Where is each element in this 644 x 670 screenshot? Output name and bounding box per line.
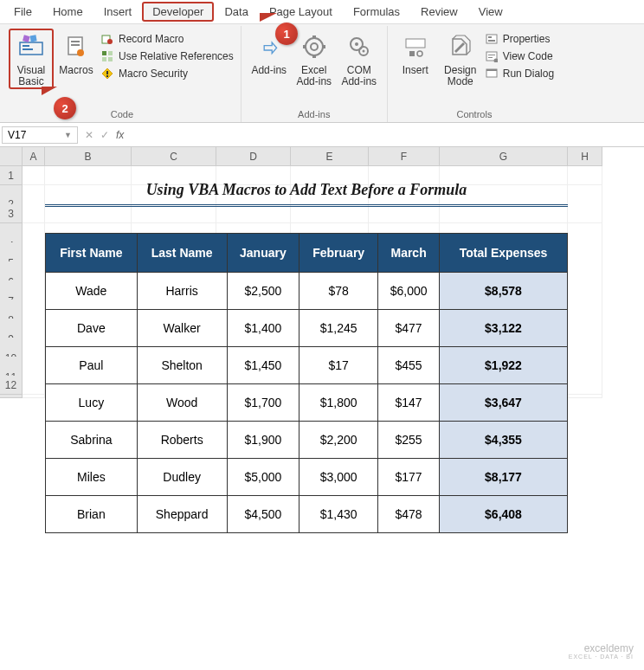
com-addins-button[interactable]: COM Add-ins — [337, 29, 382, 89]
table-cell[interactable]: $3,000 — [299, 459, 378, 496]
table-cell[interactable]: $3,122 — [440, 310, 568, 347]
table-cell[interactable]: $17 — [299, 347, 378, 384]
table-cell[interactable]: $1,800 — [299, 384, 378, 422]
table-cell[interactable]: Dave — [46, 310, 138, 347]
col-header-E[interactable]: E — [291, 147, 369, 166]
use-rel-refs-icon — [100, 49, 114, 63]
tab-file[interactable]: File — [3, 2, 42, 22]
table-cell[interactable]: Harris — [137, 273, 227, 310]
callout-2-tail — [42, 87, 57, 95]
properties-button[interactable]: Properties — [485, 32, 554, 46]
table-cell[interactable]: $3,647 — [440, 384, 568, 422]
table-cell[interactable]: Roberts — [137, 422, 227, 459]
table-cell[interactable]: Sabrina — [46, 422, 138, 459]
col-header-F[interactable]: F — [369, 147, 440, 166]
table-cell[interactable]: Paul — [46, 347, 138, 384]
table-cell[interactable]: Miles — [46, 459, 138, 496]
table-cell[interactable]: Wood — [137, 384, 227, 422]
svg-rect-27 — [406, 39, 425, 48]
col-header-H[interactable]: H — [568, 147, 602, 166]
row-header-1[interactable]: 1 — [0, 166, 23, 185]
svg-point-10 — [107, 39, 113, 44]
row-header-3[interactable]: 3 — [0, 204, 23, 223]
col-header-C[interactable]: C — [132, 147, 216, 166]
table-cell[interactable]: $8,578 — [440, 273, 568, 310]
table-cell[interactable]: $177 — [378, 459, 440, 496]
record-macro-button[interactable]: Record Macro — [100, 32, 234, 46]
name-box-value: V17 — [8, 129, 26, 141]
select-all-corner[interactable] — [0, 147, 23, 166]
tab-developer[interactable]: Developer — [142, 2, 214, 22]
svg-rect-13 — [102, 57, 106, 61]
com-addins-label: COM Add-ins — [338, 65, 380, 87]
design-mode-button[interactable]: Design Mode — [438, 29, 483, 89]
visual-basic-button[interactable]: Visual Basic — [9, 29, 54, 89]
table-cell[interactable]: $1,900 — [227, 422, 299, 459]
fx-icon[interactable]: fx — [116, 129, 124, 141]
table-cell[interactable]: $4,500 — [227, 496, 299, 533]
table-cell[interactable]: $78 — [299, 273, 378, 310]
formula-bar-buttons: ✕ ✓ fx — [80, 129, 129, 141]
macro-security-button[interactable]: Macro Security — [100, 67, 234, 81]
cell[interactable] — [23, 376, 45, 395]
excel-addins-button[interactable]: Excel Add-ins — [292, 29, 337, 89]
table-cell[interactable]: $2,500 — [227, 273, 299, 310]
table-cell[interactable]: Shelton — [137, 347, 227, 384]
table-cell[interactable]: $1,450 — [227, 347, 299, 384]
visual-basic-icon — [16, 32, 46, 61]
table-cell[interactable]: $2,200 — [299, 422, 378, 459]
view-code-button[interactable]: View Code — [485, 49, 554, 63]
cell[interactable] — [568, 166, 602, 185]
table-cell[interactable]: $6,000 — [378, 273, 440, 310]
table-cell[interactable]: $4,355 — [440, 422, 568, 459]
insert-control-button[interactable]: Insert — [393, 29, 438, 78]
formula-accept-icon[interactable]: ✓ — [100, 129, 109, 141]
tab-home[interactable]: Home — [42, 2, 93, 22]
table-row: WadeHarris$2,500$78$6,000$8,578 — [46, 273, 568, 310]
macros-button[interactable]: Macros — [54, 29, 99, 78]
cell[interactable] — [23, 166, 45, 185]
col-header-G[interactable]: G — [440, 147, 568, 166]
tab-view[interactable]: View — [468, 2, 513, 22]
cell[interactable] — [568, 376, 602, 395]
watermark: exceldemy EXCEL · DATA · BI — [569, 643, 634, 660]
tab-formulas[interactable]: Formulas — [343, 2, 410, 22]
table-cell[interactable]: $147 — [378, 384, 440, 422]
col-header-B[interactable]: B — [45, 147, 132, 166]
table-cell[interactable]: $1,400 — [227, 310, 299, 347]
table-cell[interactable]: $1,245 — [299, 310, 378, 347]
col-header-A[interactable]: A — [23, 147, 45, 166]
use-relative-references-button[interactable]: Use Relative References — [100, 49, 234, 63]
table-cell[interactable]: $5,000 — [227, 459, 299, 496]
table-cell[interactable]: Sheppard — [137, 496, 227, 533]
table-cell[interactable]: $478 — [378, 496, 440, 533]
table-header: January — [227, 234, 299, 273]
table-cell[interactable]: $255 — [378, 422, 440, 459]
col-header-D[interactable]: D — [216, 147, 291, 166]
cell[interactable] — [568, 204, 602, 223]
table-cell[interactable]: $455 — [378, 347, 440, 384]
cell[interactable] — [23, 204, 45, 223]
tab-data[interactable]: Data — [214, 2, 258, 22]
table-cell[interactable]: $1,700 — [227, 384, 299, 422]
svg-point-26 — [362, 50, 364, 53]
table-cell[interactable]: Walker — [137, 310, 227, 347]
table-cell[interactable]: Wade — [46, 273, 138, 310]
table-cell[interactable]: $477 — [378, 310, 440, 347]
run-dialog-button[interactable]: Run Dialog — [485, 67, 554, 81]
table-cell[interactable]: Brian — [46, 496, 138, 533]
tab-insert[interactable]: Insert — [93, 2, 143, 22]
table-cell[interactable]: Lucy — [46, 384, 138, 422]
name-box-dropdown-icon: ▼ — [64, 131, 72, 139]
table-cell[interactable]: Dudley — [137, 459, 227, 496]
name-box[interactable]: V17 ▼ — [2, 126, 78, 144]
tab-review[interactable]: Review — [410, 2, 468, 22]
table-cell[interactable]: $1,430 — [299, 496, 378, 533]
table-cell[interactable]: $8,177 — [440, 459, 568, 496]
view-code-label: View Code — [503, 50, 553, 62]
table-cell[interactable]: $1,922 — [440, 347, 568, 384]
row-header-12[interactable]: 12 — [0, 376, 23, 395]
table-cell[interactable]: $6,408 — [440, 496, 568, 533]
formula-cancel-icon[interactable]: ✕ — [85, 129, 93, 141]
group-addins-label: Add-ins — [247, 107, 382, 122]
